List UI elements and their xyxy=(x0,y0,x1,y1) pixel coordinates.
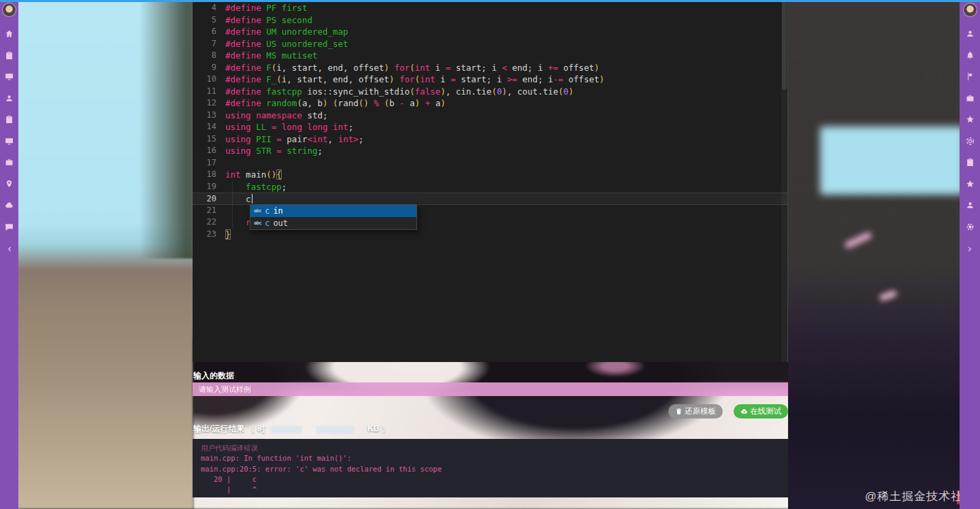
compiler-output-line: 20 | c xyxy=(201,474,780,485)
token: ios::sync_with_stdio xyxy=(302,86,410,97)
suggestion-label: in xyxy=(273,206,282,216)
user-avatar[interactable] xyxy=(963,3,977,17)
token: end; i xyxy=(517,74,553,84)
token: ) xyxy=(594,63,600,73)
line-number: 18 xyxy=(193,169,216,181)
token: a, b xyxy=(302,98,323,108)
code-line: 17 xyxy=(193,157,787,169)
line-number: 16 xyxy=(193,145,216,157)
suggestion-cout[interactable]: abccout xyxy=(250,217,416,229)
code-text: #define fastcpp ios::sync_with_stdio(fal… xyxy=(225,86,574,98)
monitor-icon[interactable] xyxy=(0,131,18,152)
cloud-briefcase-icon[interactable] xyxy=(960,88,980,110)
monitor-icon[interactable] xyxy=(0,66,18,88)
token: a xyxy=(430,98,440,108)
token: random xyxy=(261,98,297,108)
user-icon[interactable] xyxy=(0,88,18,110)
token xyxy=(328,98,333,108)
restore-template-button[interactable]: 还原模板 xyxy=(668,404,723,418)
flag-icon[interactable] xyxy=(960,66,980,88)
editor-scrollbar[interactable] xyxy=(781,0,787,362)
token: string xyxy=(282,146,318,156)
line-number: 10 xyxy=(193,73,216,86)
star-icon[interactable] xyxy=(960,174,980,195)
token: using xyxy=(225,122,251,132)
app-window: 4#define PF first5#define PS second6#def… xyxy=(0,0,980,509)
line-number: 8 xyxy=(193,50,216,62)
suggestion-cin[interactable]: abccin xyxy=(250,205,416,217)
compile-output-panel: 用户代码编译错误main.cpp: In function 'int main(… xyxy=(193,439,788,497)
code-line: 18int main(){ xyxy=(193,169,787,181)
token: -= xyxy=(553,74,564,84)
keyword-suggestion-icon: abc xyxy=(254,220,261,226)
clipboard-icon[interactable] xyxy=(960,152,980,174)
home-icon[interactable] xyxy=(0,23,18,45)
gear-icon[interactable] xyxy=(960,216,980,238)
code-line: 4#define PF first xyxy=(193,2,787,14)
line-number: 20 xyxy=(193,193,216,204)
online-test-button[interactable]: 在线测试 xyxy=(734,404,788,418)
clipboard-check-icon[interactable] xyxy=(0,109,18,131)
token: pair xyxy=(282,134,308,144)
user-icon[interactable] xyxy=(960,195,980,216)
compiler-output-line: | ^ xyxy=(201,485,780,495)
token: () xyxy=(266,169,276,180)
token: b xyxy=(389,98,399,108)
token: #define xyxy=(225,15,261,25)
token: US unordered_set xyxy=(261,39,348,49)
output-header-left: 输出/运行结果 （ 时 xyxy=(193,423,265,435)
indent-guide xyxy=(232,216,233,229)
token: start; i xyxy=(456,74,507,84)
token: r xyxy=(225,217,251,227)
line-number: 14 xyxy=(193,121,216,133)
bell-icon[interactable] xyxy=(960,45,980,67)
right-sidebar xyxy=(960,0,980,509)
chevron-left-icon[interactable] xyxy=(0,238,18,260)
code-text: using STR = string; xyxy=(225,145,323,157)
token: ; xyxy=(282,182,287,192)
token: - xyxy=(399,98,405,108)
online-test-label: 在线测试 xyxy=(750,406,781,416)
code-line: 9#define F(i, start, end, offset) for(in… xyxy=(193,62,787,74)
user-icon[interactable] xyxy=(960,23,980,45)
token: #define xyxy=(225,74,261,84)
code-text: #define US unordered_set xyxy=(225,38,348,50)
token: F xyxy=(261,63,272,73)
cloud-icon[interactable] xyxy=(0,195,18,216)
token: PII xyxy=(251,134,272,144)
token: <int xyxy=(307,134,327,144)
message-icon[interactable] xyxy=(0,216,18,238)
token: PF first xyxy=(261,3,308,13)
token: ) xyxy=(440,98,446,108)
editor-scrollbar-thumb[interactable] xyxy=(782,1,787,90)
token: i, start, end, offset xyxy=(276,63,384,73)
code-text: int main(){ xyxy=(225,169,282,181)
clipboard-icon[interactable] xyxy=(0,45,18,67)
token: using xyxy=(225,134,251,144)
token: ) xyxy=(599,74,604,84)
token: ; xyxy=(348,122,354,132)
token: ) xyxy=(384,63,389,73)
bg-tv-screen xyxy=(820,127,964,195)
token: #define xyxy=(225,50,261,61)
token: ) xyxy=(323,98,328,108)
code-line: 19 fastcpp; xyxy=(193,181,787,193)
left-sidebar xyxy=(0,0,18,509)
token: #define xyxy=(225,63,261,73)
token: ( xyxy=(414,74,420,84)
location-pin-icon[interactable] xyxy=(0,174,18,195)
star-icon[interactable] xyxy=(960,109,980,131)
input-data-label: 输入的数据 xyxy=(193,370,234,382)
code-line: 11#define fastcpp ios::sync_with_stdio(f… xyxy=(193,86,787,98)
chevron-right-icon[interactable] xyxy=(960,238,980,260)
test-case-input[interactable] xyxy=(193,382,788,396)
token: #define xyxy=(225,39,261,49)
cloud-briefcase-icon[interactable] xyxy=(0,152,18,174)
token xyxy=(276,122,282,132)
lifebuoy-icon[interactable] xyxy=(960,131,980,152)
token: c xyxy=(225,194,251,204)
user-avatar[interactable] xyxy=(2,3,16,17)
token: ( xyxy=(491,86,497,97)
code-editor[interactable]: 4#define PF first5#define PS second6#def… xyxy=(193,0,788,362)
token: () xyxy=(359,98,369,108)
